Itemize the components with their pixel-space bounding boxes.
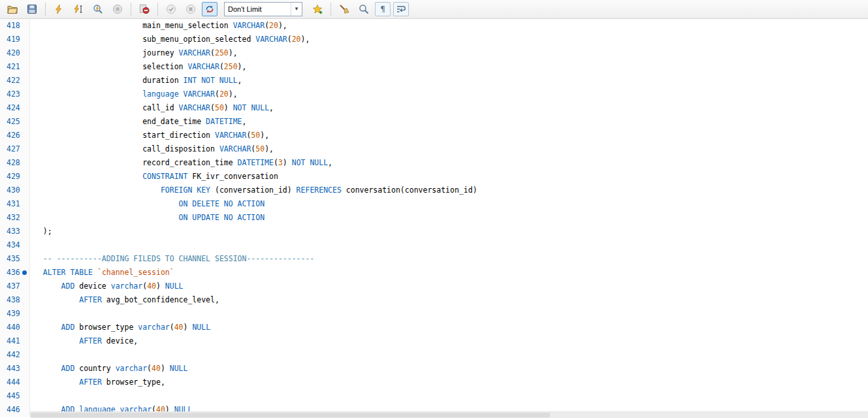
toggle-wrap-text-button[interactable] (393, 2, 409, 16)
code-line[interactable]: 434 (0, 238, 868, 252)
code-line[interactable]: 435 -- ----------ADDING FILEDS TO CHANNE… (0, 252, 868, 266)
code-text: duration INT NOT NULL, (30, 74, 242, 88)
code-line[interactable]: 430 FOREIGN KEY (conversation_id) REFERE… (0, 184, 868, 197)
line-number: 436 (0, 266, 30, 280)
code-line[interactable]: 428 record_creation_time DATETIME(3) NOT… (0, 156, 868, 170)
toggle-stop-on-error-icon (139, 4, 150, 14)
toggle-autocommit-button[interactable] (202, 2, 217, 16)
commit-button[interactable] (163, 1, 180, 17)
code-text: sub_menu_option_selected VARCHAR(20), (30, 33, 310, 46)
code-text: ON UPDATE NO ACTION (30, 211, 265, 225)
code-text: ); (30, 225, 52, 238)
code-line[interactable]: 433 ); (0, 225, 868, 238)
execute-button[interactable] (50, 1, 67, 17)
code-text: -- ----------ADDING FILEDS TO CHANNEL SE… (30, 252, 314, 266)
line-number: 426 (0, 129, 30, 142)
row-limit-dropdown[interactable]: Don't Limit ▾ (224, 2, 302, 16)
execute-current-lightning-cursor-icon (73, 4, 84, 14)
line-number: 443 (0, 362, 30, 376)
code-line[interactable]: 444 AFTER browser_type, (0, 376, 868, 389)
chevron-down-icon: ▾ (291, 3, 302, 16)
line-number: 422 (0, 74, 30, 88)
code-text (30, 238, 34, 252)
toggle-stop-on-error-button[interactable] (136, 1, 153, 17)
line-number: 425 (0, 115, 30, 129)
line-number: 424 (0, 101, 30, 115)
line-number: 441 (0, 334, 30, 348)
line-number: 440 (0, 321, 30, 334)
code-line[interactable]: 431 ON DELETE NO ACTION (0, 197, 868, 211)
explain-magnifier-lightning-icon (93, 4, 103, 14)
code-line[interactable]: 443 ADD country varchar(40) NULL (0, 362, 868, 376)
line-number: 432 (0, 211, 30, 225)
line-number: 421 (0, 60, 30, 74)
code-text: record_creation_time DATETIME(3) NOT NUL… (30, 156, 332, 170)
code-line[interactable]: 427 call_disposition VARCHAR(50), (0, 142, 868, 156)
code-line[interactable]: 424 call_id VARCHAR(50) NOT NULL, (0, 101, 868, 115)
code-line[interactable]: 438 AFTER avg_bot_confidence_level, (0, 293, 868, 307)
code-text: FOREIGN KEY (conversation_id) REFERENCES… (30, 184, 477, 197)
code-line[interactable]: 419 sub_menu_option_selected VARCHAR(20)… (0, 33, 868, 46)
line-number: 428 (0, 156, 30, 170)
code-text: ON DELETE NO ACTION (30, 197, 265, 211)
save-script-button[interactable] (24, 1, 40, 17)
code-text: call_disposition VARCHAR(50), (30, 142, 274, 156)
line-number: 444 (0, 376, 30, 389)
code-text: journey VARCHAR(250), (30, 46, 238, 60)
rollback-button[interactable] (182, 1, 199, 17)
stop-execution-button[interactable] (109, 1, 126, 17)
toggle-invisible-characters-button[interactable]: ¶ (375, 2, 391, 16)
beautify-script-button[interactable] (336, 1, 353, 17)
rollback-x-icon (185, 4, 196, 14)
code-text: call_id VARCHAR(50) NOT NULL, (30, 101, 274, 115)
line-number: 427 (0, 142, 30, 156)
line-number: 437 (0, 280, 30, 293)
code-line[interactable]: 440 ADD browser_type varchar(40) NULL (0, 321, 868, 334)
invisible-characters-pilcrow-icon: ¶ (380, 5, 385, 14)
execute-current-statement-button[interactable] (70, 1, 87, 17)
toolbar-separator (45, 3, 46, 16)
code-text: selection VARCHAR(250), (30, 60, 246, 74)
code-line[interactable]: 426 start_direction VARCHAR(50), (0, 129, 868, 142)
toolbar-separator (157, 3, 158, 16)
code-line[interactable]: 421 selection VARCHAR(250), (0, 60, 868, 74)
find-button[interactable] (355, 1, 372, 17)
horizontal-scrollbar[interactable] (30, 411, 868, 418)
code-text: AFTER avg_bot_confidence_level, (30, 293, 219, 307)
code-line[interactable]: 418 main_menu_selection VARCHAR(20), (0, 19, 868, 33)
open-script-icon (7, 5, 18, 14)
code-line[interactable]: 442 (0, 348, 868, 362)
toggle-autocommit-icon (204, 4, 215, 14)
save-snippet-button[interactable] (309, 1, 326, 17)
code-line[interactable]: 439 (0, 307, 868, 321)
line-number: 445 (0, 389, 30, 403)
line-number: 434 (0, 238, 30, 252)
line-number: 431 (0, 197, 30, 211)
beautify-broom-icon (339, 4, 349, 14)
code-line[interactable]: 437 ADD device varchar(40) NULL (0, 280, 868, 293)
code-line[interactable]: 445 (0, 389, 868, 403)
code-line[interactable]: 441 AFTER device, (0, 334, 868, 348)
code-line[interactable]: 429 CONSTRAINT FK_ivr_conversation (0, 170, 868, 184)
line-number: 423 (0, 88, 30, 101)
explain-plan-button[interactable] (89, 1, 106, 17)
line-number: 446 (0, 403, 30, 417)
code-line[interactable]: 420 journey VARCHAR(250), (0, 46, 868, 60)
code-line[interactable]: 422 duration INT NOT NULL, (0, 74, 868, 88)
line-number: 419 (0, 33, 30, 46)
code-line[interactable]: 436 ALTER TABLE `channel_session` (0, 266, 868, 280)
open-script-button[interactable] (4, 1, 21, 17)
code-line[interactable]: 432 ON UPDATE NO ACTION (0, 211, 868, 225)
code-text: end_date_time DATETIME, (30, 115, 246, 129)
code-line[interactable]: 423 language VARCHAR(20), (0, 88, 868, 101)
editor-toolbar: Don't Limit ▾ ¶ (0, 0, 868, 19)
statement-marker-icon (22, 270, 27, 275)
code-line[interactable]: 425 end_date_time DATETIME, (0, 115, 868, 129)
scrollbar-thumb[interactable] (31, 413, 550, 417)
code-text: language VARCHAR(20), (30, 88, 238, 101)
line-number: 418 (0, 19, 30, 33)
save-script-icon (27, 4, 37, 14)
code-text (30, 348, 34, 362)
code-editor[interactable]: 418 main_menu_selection VARCHAR(20),419 … (0, 19, 868, 418)
code-text: ADD browser_type varchar(40) NULL (30, 321, 210, 334)
